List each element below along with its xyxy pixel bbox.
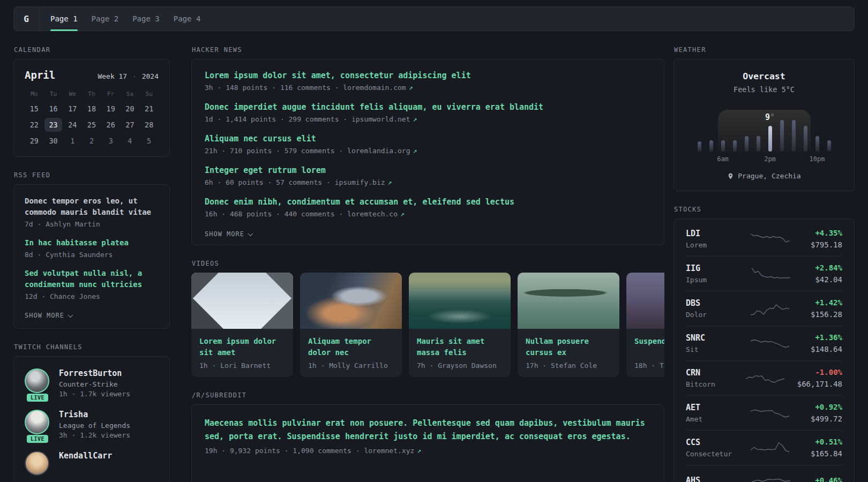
video-card-body: Mauris sit amet massa felis7h · Grayson …: [409, 329, 511, 377]
middle-column: HACKER NEWS Lorem ipsum dolor sit amet, …: [191, 46, 664, 482]
stock-row-iig: IIGIpsum+2.84%$42.04: [686, 256, 842, 291]
logo[interactable]: G: [14, 7, 39, 31]
calendar-year: 2024: [142, 72, 159, 80]
stock-name: Sit: [686, 345, 739, 353]
external-link-icon[interactable]: ↗: [388, 178, 392, 186]
subreddit-section-label: /R/SUBREDDIT: [192, 391, 664, 399]
twitch-channel[interactable]: LIVEForrestBurtonCounter-Strike1h · 1.7k…: [25, 368, 159, 398]
external-link-icon[interactable]: ↗: [400, 210, 405, 218]
stock-row-aet: AETAmet+0.92%$499.72: [686, 395, 842, 430]
hackernews-item-title[interactable]: Donec enim nibh, condimentum et accumsan…: [205, 197, 651, 207]
video-title[interactable]: Nullam posuere cursus ex: [526, 336, 611, 358]
chevron-down-icon: [248, 231, 253, 236]
calendar-day: 5: [140, 134, 158, 148]
hackernews-item-title[interactable]: Donec imperdiet augue tincidunt felis al…: [205, 102, 651, 112]
external-link-icon[interactable]: ↗: [413, 115, 417, 123]
external-link-icon[interactable]: ↗: [409, 84, 413, 92]
rss-section-label: RSS FEED: [14, 171, 170, 179]
external-link-icon[interactable]: ↗: [417, 447, 421, 455]
video-title[interactable]: Suspendisse diam: [634, 336, 664, 358]
calendar-card: April Week 17 · 2024 MoTuWeThFrSaSu15161…: [13, 59, 170, 157]
twitch-channel-name[interactable]: ForrestBurton: [59, 368, 130, 378]
video-card[interactable]: Lorem ipsum dolor sit amet consectetu…1h…: [191, 273, 293, 377]
tab-page-3[interactable]: Page 3: [132, 7, 160, 31]
twitch-channel[interactable]: KendallCarr: [25, 451, 159, 476]
live-badge: LIVE: [27, 394, 48, 402]
hackernews-item-title[interactable]: Lorem ipsum dolor sit amet, consectetur …: [205, 70, 651, 81]
stock-info: DBSDolor: [686, 298, 739, 319]
calendar-day-name: Mo: [31, 88, 38, 100]
stock-info: CCSConsectetur: [686, 438, 739, 458]
tab-page-2[interactable]: Page 2: [92, 7, 119, 31]
calendar-day: 4: [121, 134, 139, 148]
separator-dot: ·: [132, 72, 137, 80]
stock-values: +0.92%$499.72: [811, 403, 842, 423]
calendar-day-name: Su: [146, 88, 153, 100]
calendar-month: April: [25, 69, 55, 81]
hackernews-show-more-button[interactable]: SHOW MORE: [205, 230, 252, 238]
stock-price: $499.72: [811, 415, 842, 423]
stock-name: Amet: [686, 415, 739, 423]
twitch-section-label: TWITCH CHANNELS: [14, 343, 170, 351]
weather-bar: [827, 140, 831, 152]
rss-item-title[interactable]: Sed volutpat nulla nisl, a condimentum n…: [25, 268, 159, 290]
weather-bar: [792, 120, 796, 152]
location-pin-icon: [727, 172, 734, 180]
video-thumbnail-mist: [626, 273, 664, 329]
video-thumbnail-canoe: [518, 273, 619, 329]
hackernews-item-title[interactable]: Integer eget rutrum lorem: [205, 165, 651, 176]
calendar-day: 19: [102, 102, 119, 116]
video-card[interactable]: Aliquam tempor dolor nec pharetra…1h · M…: [300, 273, 402, 377]
videos-widget: VIDEOS Lorem ipsum dolor sit amet consec…: [191, 260, 664, 377]
calendar-day: 18: [83, 102, 100, 116]
stocks-section-label: STOCKS: [674, 206, 855, 213]
time-axis-label: 10pm: [810, 155, 825, 163]
twitch-channel-name[interactable]: KendallCarr: [59, 451, 112, 461]
weather-location-row: Prague, Czechia: [685, 172, 843, 180]
calendar-day: 1: [64, 134, 81, 148]
external-link-icon[interactable]: ↗: [413, 147, 417, 155]
weather-bar: [780, 120, 784, 152]
video-meta: 7h · Grayson Dawson: [417, 362, 503, 370]
stock-symbol: IIG: [686, 263, 739, 273]
video-card[interactable]: Suspendisse diam18h · Tara: [626, 273, 664, 377]
twitch-channel[interactable]: LIVETrishaLeague of Legends3h · 1.2k vie…: [25, 410, 159, 439]
time-axis-label: 6am: [717, 155, 729, 163]
video-title[interactable]: Mauris sit amet massa felis: [417, 336, 503, 358]
weather-bar: [745, 136, 749, 152]
stock-info: CRNBitcorn: [686, 368, 739, 388]
twitch-channel-name[interactable]: Trisha: [59, 410, 130, 419]
stocks-card: LDILorem+4.35%$795.18IIGIpsum+2.84%$42.0…: [674, 219, 855, 482]
calendar-day: 15: [25, 102, 43, 116]
stock-name: Dolor: [686, 311, 739, 319]
video-card[interactable]: Nullam posuere cursus ex17h · Stefan Col…: [518, 273, 619, 377]
glance-dashboard: G Page 1Page 2Page 3Page 4 CALENDAR Apri…: [0, 0, 868, 482]
video-card[interactable]: Mauris sit amet massa felis7h · Grayson …: [409, 273, 511, 377]
stock-name: Ipsum: [686, 276, 739, 284]
twitch-channel-meta: 3h · 1.2k viewers: [59, 431, 130, 439]
twitch-channel-meta: 1h · 1.7k viewers: [59, 390, 130, 398]
stock-values: +1.36%$148.64: [811, 333, 842, 353]
tab-page-1[interactable]: Page 1: [50, 7, 78, 31]
rss-show-more-button[interactable]: SHOW MORE: [25, 312, 72, 319]
calendar-day: 20: [121, 102, 139, 116]
tab-page-4[interactable]: Page 4: [174, 7, 201, 31]
stock-change: +0.51%: [811, 438, 842, 446]
live-badge: LIVE: [27, 435, 48, 443]
stock-name: Lorem: [686, 241, 739, 249]
stock-info: IIGIpsum: [686, 263, 739, 284]
topbar-tabs: Page 1Page 2Page 3Page 4: [39, 7, 200, 31]
hackernews-item-title[interactable]: Aliquam nec cursus elit: [205, 133, 651, 144]
stock-sparkline: [750, 300, 790, 317]
video-title[interactable]: Aliquam tempor dolor nec pharetra…: [308, 336, 394, 358]
rss-item: Sed volutpat nulla nisl, a condimentum n…: [25, 268, 159, 300]
left-column: CALENDAR April Week 17 · 2024 MoTuWeThFr…: [13, 46, 170, 482]
calendar-day: 21: [140, 102, 158, 116]
rss-item-title[interactable]: In hac habitasse platea: [25, 237, 159, 248]
avatar: [25, 410, 49, 434]
stock-change: +4.35%: [811, 229, 842, 237]
stock-name: Bitcorn: [686, 380, 739, 388]
rss-item-title[interactable]: Donec tempor eros leo, ut commodo mauris…: [25, 195, 159, 218]
video-title[interactable]: Lorem ipsum dolor sit amet consectetu…: [199, 336, 285, 358]
subreddit-post-title[interactable]: Maecenas mollis pulvinar erat non posuer…: [205, 417, 651, 443]
